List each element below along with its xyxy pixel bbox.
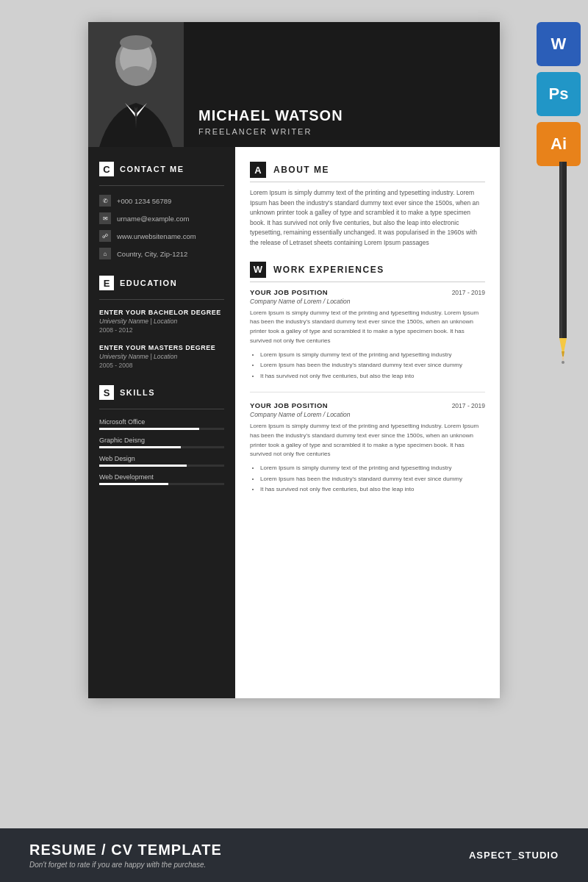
skill-bar-bg [99,428,224,430]
about-label: ABOUT ME [273,165,329,175]
header-info: MICHAEL WATSON FREELANCER WRITER [184,107,343,147]
footer-brand: ASPECT_STUDIO [469,850,559,861]
contact-section-title: C CONTACT ME [99,162,224,176]
job-company: Company Name of Lorem / Location [250,411,485,418]
software-icons: W Ps Ai [537,22,581,166]
job-title: YOUR JOB POSITION [250,288,328,296]
resume-main: A ABOUT ME Lorem Ipsum is simply dummy t… [235,147,500,698]
university-2: University Nanme | Location [99,353,224,360]
bullet-item: Lorem Ipsum has been the industry's stan… [260,474,485,484]
photoshop-icon: Ps [537,72,581,116]
skill-item: Graphic Deisng [99,437,224,448]
degree-1: ENTER YOUR BACHELOR DEGREE [99,309,224,316]
resume-card: MICHAEL WATSON FREELANCER WRITER C CONTA… [88,22,500,698]
skills-container: Microsoft Office Graphic Deisng Web Desi… [99,418,224,485]
edu-entry-1: ENTER YOUR BACHELOR DEGREE University Na… [99,309,224,334]
skill-bar-fill [99,446,181,448]
job-entry: YOUR JOB POSITION 2017 - 2019 Company Na… [250,288,485,381]
skill-name: Graphic Deisng [99,437,224,444]
footer-left: RESUME / CV TEMPLATE Don't forget to rat… [29,842,222,869]
education-section: E EDUCATION ENTER YOUR BACHELOR DEGREE U… [99,276,224,369]
job-company: Company Name of Lorem / Location [250,298,485,305]
job-header: YOUR JOB POSITION 2017 - 2019 [250,401,485,409]
skill-bar-fill [99,465,187,467]
svg-point-3 [120,35,152,50]
about-text: Lorem Ipsum is simply dummy text of the … [250,188,485,248]
contact-email: ✉ urname@example.com [99,212,224,224]
svg-point-10 [562,361,564,364]
skill-bar-fill [99,483,168,485]
contact-divider [99,185,224,186]
job-divider [250,392,485,392]
job-bullets: Lorem Ipsum is simply dummy text of the … [250,463,485,495]
skills-section-title: S SKILLS [99,385,224,400]
skills-divider [99,409,224,409]
about-letter: A [250,162,266,178]
education-letter: E [99,276,114,290]
contact-phone: ✆ +000 1234 56789 [99,195,224,207]
address-icon: ⌂ [99,248,111,259]
skill-item: Microsoft Office [99,418,224,430]
footer: RESUME / CV TEMPLATE Don't forget to rat… [0,828,588,882]
skill-name: Web Development [99,473,224,481]
footer-title: RESUME / CV TEMPLATE [29,842,222,858]
job-date: 2017 - 2019 [452,289,485,296]
person-title: FREELANCER WRITER [198,127,343,136]
email-icon: ✉ [99,212,111,224]
edu-entry-2: ENTER YOUR MASTERS DEGREE University Nan… [99,344,224,369]
main-content: MICHAEL WATSON FREELANCER WRITER C CONTA… [0,0,588,828]
svg-marker-9 [562,356,564,362]
skill-item: Web Design [99,455,224,467]
bullet-item: It has survived not only five centuries,… [260,371,485,381]
job-desc: Lorem Ipsum is simply dummy text of the … [250,422,485,459]
degree-2: ENTER YOUR MASTERS DEGREE [99,344,224,351]
footer-subtitle: Don't forget to rate if you are happy wi… [29,861,222,869]
phone-icon: ✆ [99,195,111,207]
years-1: 2008 - 2012 [99,326,224,334]
education-divider [99,299,224,300]
person-name: MICHAEL WATSON [198,107,343,124]
job-entry: YOUR JOB POSITION 2017 - 2019 Company Na… [250,401,485,495]
skill-bar-bg [99,483,224,485]
skill-name: Microsoft Office [99,418,224,426]
bullet-item: It has survived not only five centuries,… [260,484,485,495]
jobs-container: YOUR JOB POSITION 2017 - 2019 Company Na… [250,288,485,495]
svg-point-4 [123,66,149,81]
skill-bar-fill [99,428,199,430]
work-letter: W [250,262,266,278]
job-desc: Lorem Ipsum is simply dummy text of the … [250,309,485,346]
bullet-item: Lorem Ipsum has been the industry's stan… [260,360,485,370]
university-1: University Nanme | Location [99,318,224,325]
word-icon: W [537,22,581,66]
skill-bar-bg [99,446,224,448]
resume-body: C CONTACT ME ✆ +000 1234 56789 ✉ urname@… [88,147,500,698]
resume-sidebar: C CONTACT ME ✆ +000 1234 56789 ✉ urname@… [88,147,235,698]
resume-header: MICHAEL WATSON FREELANCER WRITER [88,22,500,147]
illustrator-icon: Ai [537,122,581,166]
skill-item: Web Development [99,473,224,485]
contact-letter: C [99,162,114,176]
education-label: EDUCATION [120,279,177,287]
about-section: A ABOUT ME Lorem Ipsum is simply dummy t… [250,162,485,248]
education-section-title: E EDUCATION [99,276,224,290]
work-label: WORK EXPERIENCES [273,265,384,275]
skills-letter: S [99,385,114,400]
bullet-item: Lorem Ipsum is simply dummy text of the … [260,463,485,473]
contact-section: C CONTACT ME ✆ +000 1234 56789 ✉ urname@… [99,162,224,259]
work-title: W WORK EXPERIENCES [250,262,485,282]
job-header: YOUR JOB POSITION 2017 - 2019 [250,288,485,296]
contact-address: ⌂ Country, City, Zip-1212 [99,248,224,259]
pencil-decoration [556,162,570,368]
job-bullets: Lorem Ipsum is simply dummy text of the … [250,350,485,381]
job-title: YOUR JOB POSITION [250,401,328,409]
skill-bar-bg [99,465,224,467]
svg-rect-6 [560,162,562,338]
skill-name: Web Design [99,455,224,462]
work-section: W WORK EXPERIENCES YOUR JOB POSITION 201… [250,262,485,495]
contact-label: CONTACT ME [120,165,184,173]
bullet-item: Lorem Ipsum is simply dummy text of the … [260,350,485,360]
about-title: A ABOUT ME [250,162,485,182]
contact-website: ☍ www.urwebsitename.com [99,230,224,242]
job-date: 2017 - 2019 [452,402,485,409]
skills-label: SKILLS [120,388,155,397]
